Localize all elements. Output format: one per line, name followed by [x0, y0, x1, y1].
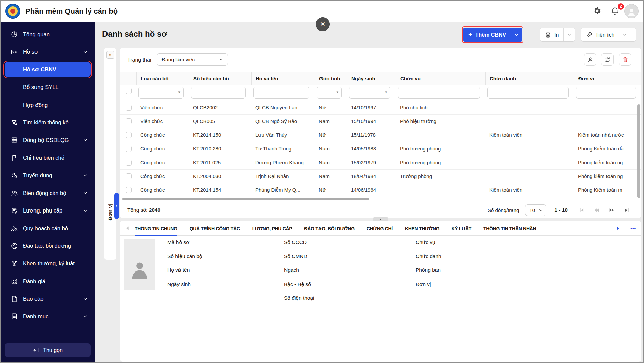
cell: Công chức: [136, 142, 189, 156]
column-filter-input[interactable]: [253, 87, 309, 99]
last-page-icon[interactable]: [624, 207, 630, 214]
cell: Phó trưởng phòng: [396, 142, 485, 156]
sidebar-item-14[interactable]: Đánh giá: [1, 273, 95, 290]
table-row[interactable]: Công chứcKT.2004.030Trịnh Đại NhânNam18/…: [120, 170, 641, 183]
column-header[interactable]: Chức danh: [485, 72, 574, 85]
sidebar-item-3[interactable]: Bổ sung SYLL: [1, 78, 95, 96]
column-header[interactable]: Chức vụ: [396, 72, 485, 85]
panel-resize-handle[interactable]: ›: [114, 193, 119, 219]
utilities-label: Tiện ích: [595, 32, 614, 38]
cell: [396, 128, 485, 142]
total-count: Tổng số: 2040: [127, 207, 160, 213]
sidebar-item-label: Tuyển dụng: [23, 172, 52, 179]
sidebar-item-16[interactable]: Danh mục: [1, 308, 95, 325]
sidebar-item-label: Hồ sơ: [23, 49, 38, 55]
tabs-scroll-left-icon[interactable]: [125, 225, 131, 231]
row-checkbox[interactable]: [126, 173, 132, 179]
sidebar-item-7[interactable]: Chỉ tiêu biên chế: [1, 149, 95, 167]
tab-5[interactable]: KHEN THƯỞNG: [405, 221, 439, 236]
utilities-dropdown-button[interactable]: [619, 28, 630, 41]
row-checkbox[interactable]: [126, 105, 132, 111]
status-filter-value: Đang làm việc: [162, 57, 195, 63]
assign-person-button[interactable]: [584, 53, 596, 66]
sidebar-collapse-button[interactable]: Thu gọn: [5, 343, 91, 357]
expand-panel-button[interactable]: »: [106, 51, 114, 59]
column-filter-select[interactable]: [138, 87, 184, 99]
person-search-icon: [11, 172, 18, 179]
tab-3[interactable]: ĐÀO TẠO, BỒI DƯỠNG: [304, 221, 354, 236]
table-row[interactable]: Công chứcKT.2014.150Lưu Vân ThủyNữ15/11/…: [120, 128, 641, 142]
sidebar-item-0[interactable]: Tổng quan: [1, 25, 95, 43]
chevron-down-icon: [567, 32, 572, 37]
column-header[interactable]: Giới tính: [315, 72, 347, 85]
detail-field-label: Số CCCD: [284, 239, 314, 253]
prev-page-icon[interactable]: [593, 207, 600, 214]
sidebar-item-13[interactable]: Khen thưởng, kỷ luật: [1, 255, 95, 273]
sidebar-item-10[interactable]: Lương, phụ cấp: [1, 202, 95, 220]
sidebar-item-2[interactable]: Hồ sơ CBNV: [5, 62, 91, 77]
column-header[interactable]: Loại cán bộ: [136, 72, 189, 85]
print-button[interactable]: In: [540, 28, 563, 41]
row-checkbox[interactable]: [126, 132, 132, 138]
page-size-select[interactable]: 10: [525, 204, 546, 216]
settings-gear-icon[interactable]: [593, 6, 602, 15]
horizontal-scrollbar[interactable]: [122, 198, 369, 200]
user-avatar[interactable]: [624, 4, 639, 18]
tab-4[interactable]: CHỨNG CHỈ: [367, 221, 393, 236]
table-row[interactable]: Công chứcKT.2011.025Dương Phước KhangNam…: [120, 156, 641, 170]
sidebar-item-4[interactable]: Hợp đồng: [1, 96, 95, 114]
row-checkbox[interactable]: [126, 118, 132, 124]
add-cbnv-dropdown-button[interactable]: [511, 28, 522, 42]
tabs-more-icon[interactable]: •••: [630, 221, 636, 236]
table-row[interactable]: Viên chứcQLCB2002QLCB Nguyễn Lan ...Nữ14…: [120, 101, 641, 115]
sidebar-item-8[interactable]: Tuyển dụng: [1, 167, 95, 184]
tab-7[interactable]: THÔNG TIN THÂN NHÂN: [483, 221, 536, 236]
vertical-scrollbar[interactable]: [637, 104, 640, 198]
cell: KT.2014.150: [189, 128, 251, 142]
status-filter-select[interactable]: Đang làm việc: [157, 53, 228, 66]
tab-1[interactable]: QUÁ TRÌNH CÔNG TÁC: [190, 221, 240, 236]
table-row[interactable]: Viên chứcQLCB005QLCB Ngô Sỹ BảoNam15/10/…: [120, 115, 641, 128]
next-page-icon[interactable]: [609, 207, 615, 214]
tab-6[interactable]: KỶ LUẬT: [451, 221, 471, 236]
column-filter-input[interactable]: [191, 87, 246, 99]
cell: Nam: [315, 142, 347, 156]
delete-button[interactable]: [619, 53, 631, 66]
utilities-button[interactable]: Tiện ích: [581, 28, 619, 41]
sidebar-item-11[interactable]: Quy hoạch cán bộ: [1, 220, 95, 237]
first-page-icon[interactable]: [578, 207, 585, 214]
detail-panel: ▲ THÔNG TIN CHUNGQUÁ TRÌNH CÔNG TÁCLƯƠNG…: [120, 221, 641, 362]
tabs-scroll-right-icon[interactable]: [615, 225, 621, 231]
cell: Kiểm toán nhà nước: [574, 128, 641, 142]
add-cbnv-button[interactable]: +Thêm CBNV: [463, 28, 522, 42]
row-checkbox[interactable]: [126, 187, 132, 193]
tab-2[interactable]: LƯƠNG, PHỤ CẤP: [252, 221, 292, 236]
close-button[interactable]: ×: [316, 17, 330, 31]
refresh-button[interactable]: [601, 53, 614, 66]
row-checkbox[interactable]: [126, 146, 132, 152]
column-header[interactable]: Họ và tên: [251, 72, 315, 85]
column-filter-input[interactable]: [398, 87, 480, 99]
table-row[interactable]: Công chứcKT.2010.280Từ Thanh TrungNam14/…: [120, 142, 641, 156]
table-row[interactable]: Công chứcKT.2014.154Phùng Diễm My Q...Nữ…: [120, 183, 641, 197]
cell: 15/02/1979: [347, 156, 396, 169]
column-filter-input[interactable]: [487, 87, 569, 99]
sidebar-item-5[interactable]: Tìm kiếm thống kê: [1, 114, 95, 131]
tab-0[interactable]: THÔNG TIN CHUNG: [135, 221, 177, 236]
sidebar-item-1[interactable]: Hồ sơ: [1, 43, 95, 61]
row-checkbox[interactable]: [126, 160, 132, 166]
sidebar-item-12[interactable]: Đào tạo, bồi dưỡng: [1, 237, 95, 255]
column-filter-select[interactable]: [349, 87, 390, 99]
sidebar-item-9[interactable]: Biến động cán bộ: [1, 184, 95, 202]
column-filter-input[interactable]: [576, 87, 636, 99]
select-all-checkbox[interactable]: [126, 88, 132, 94]
column-header[interactable]: Đơn vị: [574, 72, 641, 85]
sidebar-item-6[interactable]: Đồng bộ CSDLQG: [1, 131, 95, 149]
caret-down-icon: ▾: [336, 90, 338, 94]
cell: Công chức: [136, 128, 189, 142]
notification-badge: 2: [618, 3, 624, 10]
sidebar-item-15[interactable]: Báo cáo: [1, 290, 95, 308]
column-header[interactable]: Ngày sinh: [347, 72, 396, 85]
column-header[interactable]: Số hiệu cán bộ: [189, 72, 251, 85]
print-dropdown-button[interactable]: [564, 28, 575, 41]
